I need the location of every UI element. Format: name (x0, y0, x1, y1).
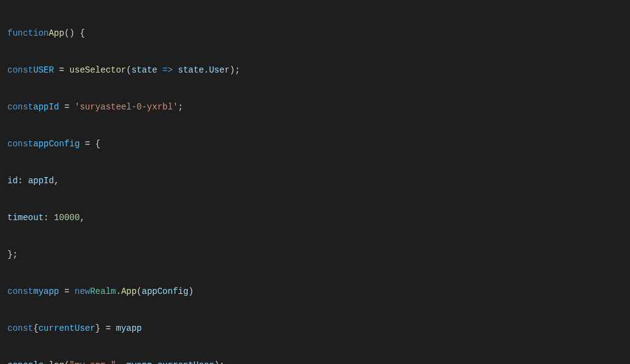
code-line: function App() { (7, 27, 630, 39)
code-line: }; (7, 248, 630, 261)
code-line: const {currentUser} = myapp (7, 322, 630, 334)
function-name: App (49, 27, 64, 39)
code-line: const myapp = new Realm.App(appConfig) (7, 285, 630, 298)
code-line: id: appId, (7, 175, 630, 187)
code-editor[interactable]: function App() { const USER = useSelecto… (0, 0, 630, 364)
code-line: const appId = 'suryasteel-0-yxrbl'; (7, 101, 630, 113)
keyword: function (7, 27, 49, 39)
code-line: timeout: 10000, (7, 212, 630, 224)
code-line: const USER = useSelector(state => state.… (7, 64, 630, 76)
code-line: const appConfig = { (7, 138, 630, 150)
code-line: console.log("my app ", myapp.currentUser… (7, 359, 630, 364)
